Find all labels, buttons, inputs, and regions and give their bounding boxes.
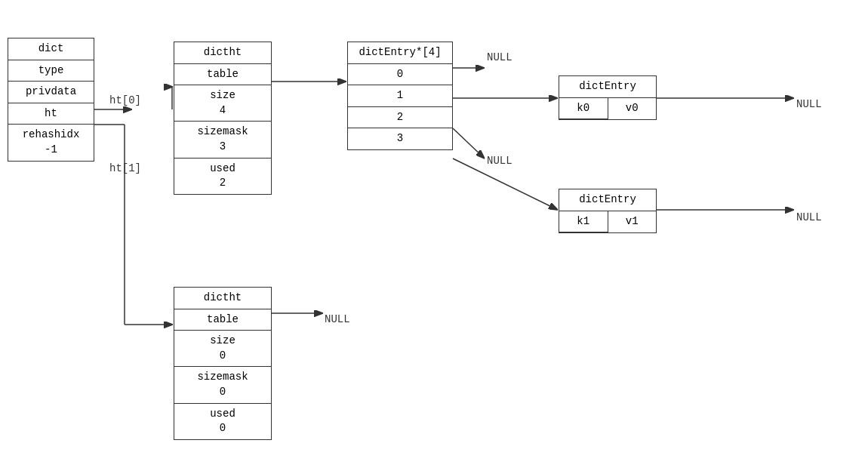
dictht-top: dictht table size4 sizemask3 used2 (174, 42, 272, 195)
entry-top-k0: k0 (559, 98, 608, 120)
entry-bottom-v1: v1 (608, 211, 657, 233)
entry-bottom-title: dictEntry (559, 189, 656, 211)
dict-field-privdata: privdata (8, 82, 94, 103)
dict-array: dictEntry*[4] 0 1 2 3 (347, 42, 453, 150)
ht1-label: ht[1] (109, 162, 141, 174)
null-table-bottom: NULL (325, 313, 350, 325)
diagram: dict type privdata ht rehashidx-1 ht[0] … (0, 0, 868, 474)
dictht-top-size: size4 (174, 85, 271, 122)
array-title: dictEntry*[4] (348, 42, 452, 64)
dictht-top-table: table (174, 64, 271, 86)
dict-field-rehashidx: rehashidx-1 (8, 125, 94, 160)
dictht-top-title: dictht (174, 42, 271, 64)
dict-entry-top: dictEntry k0 v0 (559, 75, 657, 120)
null-array-top: NULL (487, 51, 512, 63)
dict-entry-bottom: dictEntry k1 v1 (559, 189, 657, 233)
dict-field-ht: ht (8, 103, 94, 125)
dictht-bottom: dictht table size0 sizemask0 used0 (174, 287, 272, 440)
dict-box: dict type privdata ht rehashidx-1 (8, 38, 94, 162)
dictht-bottom-size: size0 (174, 331, 271, 367)
dictht-bottom-title: dictht (174, 288, 271, 309)
entry-bottom-k1: k1 (559, 211, 608, 233)
array-cell-2: 2 (348, 107, 452, 129)
dict-field-type: type (8, 60, 94, 82)
dictht-top-sizemask: sizemask3 (174, 122, 271, 158)
entry-top-title: dictEntry (559, 76, 656, 98)
entry-top-v0: v0 (608, 98, 657, 120)
array-cell-1: 1 (348, 85, 452, 107)
null-entry-bottom-right: NULL (796, 211, 822, 223)
null-cell-2: NULL (487, 155, 512, 167)
array-cell-0: 0 (348, 64, 452, 86)
dictht-top-used: used2 (174, 159, 271, 194)
null-entry-top-right: NULL (796, 98, 822, 110)
array-cell-3: 3 (348, 128, 452, 149)
dict-field-dict: dict (8, 38, 94, 60)
svg-line-10 (453, 128, 485, 159)
ht0-label: ht[0] (109, 94, 141, 106)
dictht-bottom-sizemask: sizemask0 (174, 367, 271, 403)
dictht-bottom-table: table (174, 309, 271, 331)
dictht-bottom-used: used0 (174, 404, 271, 439)
